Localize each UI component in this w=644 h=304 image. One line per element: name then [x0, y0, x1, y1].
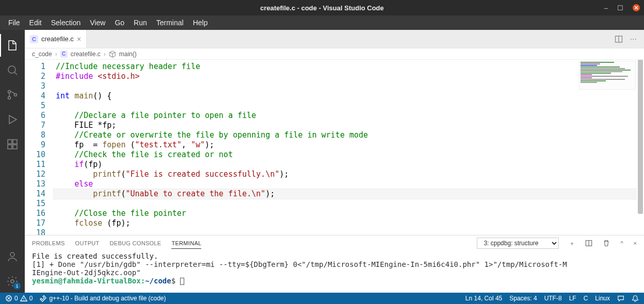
split-terminal-icon[interactable]: [585, 240, 592, 247]
svg-rect-7: [13, 145, 17, 149]
breadcrumb-symbol[interactable]: main(): [119, 50, 137, 58]
c-file-icon: C: [60, 50, 68, 58]
panel-tab-terminal[interactable]: TERMINAL: [171, 238, 201, 249]
svg-point-9: [11, 280, 14, 283]
menubar: File Edit Selection View Go Run Terminal…: [0, 15, 644, 30]
window-title: createfile.c - code - Visual Studio Code: [260, 4, 384, 12]
new-terminal-icon[interactable]: ＋: [569, 240, 575, 247]
menu-run[interactable]: Run: [130, 17, 151, 28]
extensions-icon[interactable]: [0, 133, 25, 156]
terminal-line: File is created successfully.: [32, 252, 637, 260]
search-icon[interactable]: [0, 59, 25, 81]
menu-view[interactable]: View: [86, 17, 109, 28]
close-panel-icon[interactable]: ×: [634, 240, 637, 246]
terminal-line: [1] + Done "/usr/bin/gdb" --interpreter=…: [32, 260, 637, 268]
tab-close-icon[interactable]: ×: [77, 35, 81, 43]
menu-go[interactable]: Go: [110, 17, 128, 28]
feedback-icon[interactable]: [617, 295, 624, 302]
kill-terminal-icon[interactable]: [603, 240, 610, 247]
activity-bar: 1: [0, 30, 25, 293]
code-body[interactable]: //Include necessary header file#include …: [54, 60, 644, 235]
settings-badge: 1: [13, 282, 21, 290]
chevron-right-icon: ›: [55, 50, 57, 58]
close-button[interactable]: [633, 4, 640, 11]
breadcrumb-file[interactable]: createfile.c: [71, 50, 101, 58]
panel-tabs: PROBLEMS OUTPUT DEBUG CONSOLE TERMINAL 3…: [25, 235, 644, 251]
tab-bar: C createfile.c × ···: [25, 30, 644, 48]
status-os[interactable]: Linux: [595, 295, 610, 302]
svg-point-3: [14, 94, 17, 96]
terminal-body[interactable]: File is created successfully. [1] + Done…: [25, 251, 644, 293]
svg-rect-6: [8, 145, 12, 149]
svg-point-1: [8, 91, 11, 93]
window-controls: – ☐: [604, 4, 640, 12]
editor-scrollbar[interactable]: [637, 60, 644, 235]
more-actions-icon[interactable]: ···: [630, 35, 637, 44]
panel-tab-problems[interactable]: PROBLEMS: [32, 238, 65, 248]
terminal-selector[interactable]: 3: cppdbg: structure: [477, 238, 559, 249]
panel: PROBLEMS OUTPUT DEBUG CONSOLE TERMINAL 3…: [25, 235, 644, 293]
status-build-task[interactable]: g++-10 - Build and debug active file (co…: [40, 295, 166, 302]
cube-icon: [109, 50, 116, 58]
status-ln-col[interactable]: Ln 14, Col 45: [465, 295, 502, 302]
account-icon[interactable]: [0, 245, 25, 268]
split-editor-icon[interactable]: [615, 35, 623, 43]
chevron-right-icon: ›: [104, 50, 106, 58]
minimize-button[interactable]: –: [604, 4, 608, 12]
terminal-prompt: yesmin@fahmida-VirtualBox:~/code$: [32, 277, 637, 285]
panel-tab-debug-console[interactable]: DEBUG CONSOLE: [110, 238, 162, 248]
status-encoding[interactable]: UTF-8: [544, 295, 562, 302]
maximize-panel-icon[interactable]: ^: [620, 240, 623, 246]
status-bar: 0 0 g++-10 - Build and debug active file…: [0, 293, 644, 304]
svg-rect-4: [8, 140, 12, 144]
svg-point-2: [8, 97, 11, 99]
run-debug-icon[interactable]: [0, 108, 25, 131]
breadcrumb[interactable]: c_code › C createfile.c › main(): [25, 48, 644, 60]
explorer-icon[interactable]: [0, 34, 25, 57]
settings-gear-icon[interactable]: 1: [0, 270, 25, 293]
svg-point-0: [8, 66, 15, 73]
minimap[interactable]: [579, 61, 636, 90]
status-errors[interactable]: 0 0: [5, 295, 33, 302]
tab-actions: ···: [615, 30, 644, 48]
editor-group: C createfile.c × ··· c_code › C createfi…: [25, 30, 644, 293]
window-titlebar: createfile.c - code - Visual Studio Code…: [0, 0, 644, 15]
terminal-line: IEngine-Out-2dj5qkzc.oop": [32, 268, 637, 277]
bell-icon[interactable]: [632, 295, 639, 302]
breadcrumb-folder[interactable]: c_code: [32, 50, 52, 58]
status-eol[interactable]: LF: [569, 295, 576, 302]
menu-selection[interactable]: Selection: [47, 17, 85, 28]
svg-rect-5: [13, 140, 17, 144]
panel-tab-output[interactable]: OUTPUT: [75, 238, 100, 248]
menu-terminal[interactable]: Terminal: [152, 17, 188, 28]
code-editor[interactable]: 123456789101112131415161718 //Include ne…: [25, 60, 644, 235]
svg-point-8: [10, 252, 14, 257]
menu-file[interactable]: File: [4, 17, 24, 28]
status-language[interactable]: C: [584, 295, 588, 302]
tab-label: createfile.c: [41, 35, 74, 43]
status-indent[interactable]: Spaces: 4: [509, 295, 537, 302]
menu-edit[interactable]: Edit: [25, 17, 46, 28]
line-number-gutter: 123456789101112131415161718: [25, 60, 54, 235]
source-control-icon[interactable]: [0, 83, 25, 106]
c-file-icon: C: [30, 35, 38, 43]
menu-help[interactable]: Help: [189, 17, 212, 28]
maximize-button[interactable]: ☐: [617, 4, 623, 12]
tab-createfile[interactable]: C createfile.c ×: [25, 30, 87, 48]
